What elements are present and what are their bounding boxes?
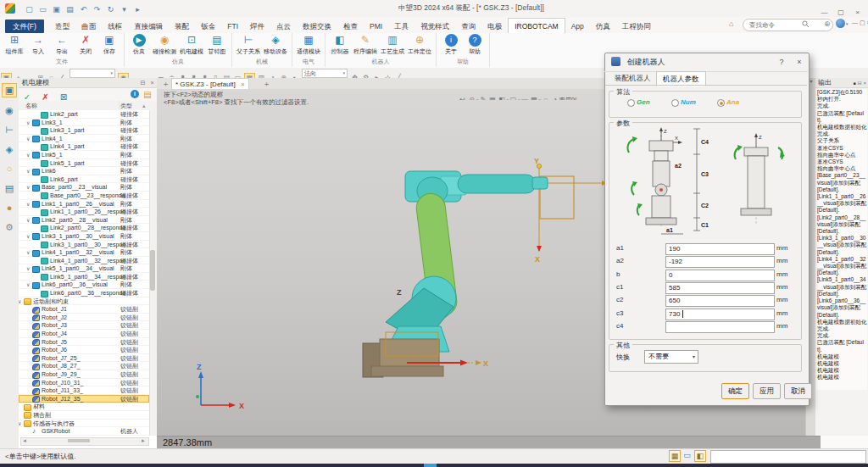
panel-collapse-icon[interactable]: ⊟ <box>138 78 147 88</box>
tab-IROBOTCAM[interactable]: IROBOTCAM <box>508 18 565 35</box>
param-input-c2[interactable]: 650 <box>665 295 775 307</box>
column-type[interactable]: 类型 <box>120 101 132 110</box>
tab-file[interactable]: 文件(F) <box>5 19 44 33</box>
scroll-left-arrow[interactable]: ◄ <box>22 438 27 443</box>
tree-row[interactable]: Link3_1_part0__30__respon...碰撞体 <box>19 241 149 249</box>
doc-window-controls[interactable]: — ▢ × <box>852 19 868 26</box>
sketch-edit-icon[interactable]: ✎ <box>479 95 488 100</box>
tree-row[interactable]: Base_part0__23__responda...碰撞体 <box>19 192 149 200</box>
tab-检查[interactable]: 检查 <box>337 19 364 34</box>
shaded-mode-icon[interactable]: ◧ <box>498 95 507 100</box>
tree-row[interactable]: ∨Link5_1_part0__34__visual刚体 <box>19 264 149 273</box>
isolate-icon[interactable]: ⊙ <box>467 95 476 100</box>
tab-电极[interactable]: 电极 <box>481 19 508 34</box>
play-icon[interactable]: ▸ <box>131 3 143 15</box>
new-file-icon[interactable]: ▢ <box>23 3 35 15</box>
tree-horizontal-scroll-thumb[interactable] <box>68 439 90 442</box>
tab-仿真[interactable]: 仿真 <box>590 19 616 34</box>
ribbon-button-工件定位[interactable]: ⊕工件定位 <box>406 33 433 56</box>
panel-close-icon[interactable]: × <box>147 78 157 88</box>
quick-change-dropdown[interactable]: 不需要 ▾ <box>644 350 698 364</box>
tree-row[interactable]: Robot_J2铰链副 <box>19 314 149 322</box>
ribbon-button-程序编辑[interactable]: ✎程序编辑 <box>352 33 379 56</box>
tree-row[interactable]: Link6_part0__36__responda...碰撞体 <box>19 289 149 297</box>
tree-row[interactable]: Robot_J3铰链副 <box>19 321 149 330</box>
tab-线框[interactable]: 线框 <box>102 19 128 34</box>
structure-tab-icon[interactable]: ⊢ <box>3 124 16 136</box>
expand-chevron-icon[interactable]: ∨ <box>26 168 30 175</box>
tree-row[interactable]: ∨Link5_1刚体 <box>19 151 149 159</box>
tree-row[interactable]: Link1_1_part0__26__respon...碰撞体 <box>19 208 149 216</box>
robot-forearm[interactable] <box>458 175 536 193</box>
info-icon[interactable]: i <box>131 90 139 98</box>
settings-icon[interactable]: ⊕ <box>824 19 831 28</box>
box-icon[interactable]: ▦ <box>488 95 498 100</box>
tree-row[interactable]: Link4_1_part碰撞体 <box>19 142 149 151</box>
param-input-c4[interactable] <box>665 321 775 333</box>
tab-工程协同[interactable]: 工程协同 <box>616 19 657 34</box>
ribbon-button-碰撞检测[interactable]: ◉碰撞检测 <box>151 33 178 56</box>
expand-chevron-icon[interactable]: ∨ <box>26 249 30 257</box>
expand-chevron-icon[interactable]: ∨ <box>26 233 30 241</box>
save-icon[interactable]: ▣ <box>50 3 62 15</box>
tab-钣金[interactable]: 钣金 <box>195 19 221 34</box>
tree-row[interactable]: Robot_J12_35_铰链副 <box>19 395 149 403</box>
algorithm-radio-Num[interactable] <box>671 99 679 107</box>
expand-chevron-icon[interactable]: ∨ <box>26 217 30 225</box>
book-icon[interactable]: ▤ <box>142 88 153 101</box>
tree-row[interactable]: Link6_part碰撞体 <box>19 175 149 184</box>
tree-row[interactable]: ∨Link3_1_part0__30__visual刚体 <box>19 232 149 241</box>
cancel-button[interactable]: 取消 <box>784 383 812 399</box>
ribbon-button-关闭[interactable]: ✗关闭 <box>74 33 97 56</box>
expand-chevron-icon[interactable]: ∨ <box>26 281 30 289</box>
wireframe-mode-icon[interactable]: ▢ <box>509 95 518 100</box>
tab-装配[interactable]: 装配 <box>169 19 195 34</box>
robot-wrist[interactable] <box>532 177 548 189</box>
sort-icon[interactable]: ▴ <box>142 101 146 110</box>
document-tab-close-icon[interactable]: × <box>241 81 245 88</box>
expand-chevron-icon[interactable]: ∨ <box>26 265 30 273</box>
window-view-icon[interactable]: ◧ <box>694 450 706 462</box>
ribbon-button-控制器[interactable]: ◧控制器 <box>328 33 352 56</box>
tab-查询[interactable]: 查询 <box>455 19 481 34</box>
monitor-icon[interactable]: ▭ <box>682 450 693 461</box>
expand-chevron-icon[interactable]: ∨ <box>19 298 21 306</box>
bulb-icon[interactable]: ○ <box>541 95 550 100</box>
app-logo-icon[interactable] <box>5 3 15 14</box>
output-collapse-icon[interactable]: ⊟ <box>857 78 861 88</box>
search-input[interactable] <box>743 19 833 31</box>
search-icon[interactable] <box>802 20 810 28</box>
tree-row[interactable]: 耦合副 <box>19 411 149 420</box>
tab-PMI[interactable]: PMI <box>364 19 388 34</box>
tree-row[interactable]: Robot_J1铰链副 <box>19 305 149 314</box>
tree-row[interactable]: 材料 <box>19 403 149 411</box>
ribbon-button-通信模块[interactable]: ▦通信模块 <box>295 33 322 56</box>
tree-row[interactable]: ∨Link2_part0__28__visual刚体 <box>19 216 149 225</box>
selection-filter-dropdown[interactable]: ▾ <box>70 69 115 78</box>
robot-tab-icon[interactable]: ◉ <box>3 104 16 117</box>
device-tab-icon[interactable]: ◈ <box>3 143 16 156</box>
tree-row[interactable]: Link4_1_part0__32__respon...碰撞体 <box>19 257 149 265</box>
tree-row[interactable]: Robot_J7_25_铰链副 <box>19 354 149 363</box>
tree-row[interactable]: Robot_J6铰链副 <box>19 346 149 354</box>
tree-row[interactable]: Link5_1_part碰撞体 <box>19 159 149 168</box>
param-input-b[interactable]: 0 <box>665 270 775 281</box>
tree-row[interactable]: Robot_J9_29_铰链副 <box>19 370 149 379</box>
expand-chevron-icon[interactable]: ∨ <box>26 152 30 159</box>
document-tab[interactable]: * GSK.Z3 - [Default] × <box>171 78 249 90</box>
tree-row[interactable]: Robot_J11_33_铰链副 <box>19 386 149 395</box>
expand-chevron-icon[interactable]: ∨ <box>26 184 30 192</box>
output-close-icon[interactable]: × <box>863 78 866 88</box>
tree-row[interactable]: ∨Link3_1刚体 <box>19 119 149 127</box>
tab-造型[interactable]: 造型 <box>49 19 75 34</box>
section-icon[interactable]: ▬ <box>520 95 530 100</box>
tree-row[interactable]: ∨Link6_part0__36__visual刚体 <box>19 281 149 289</box>
algorithm-radio-Ana[interactable] <box>717 99 725 107</box>
tree-row[interactable]: Link5_1_part0__34__respon...碰撞体 <box>19 273 149 281</box>
tree-row[interactable]: Link3_1_part碰撞体 <box>19 126 149 135</box>
algorithm-radio-Gen[interactable] <box>627 99 635 107</box>
ribbon-button-保存[interactable]: ▣保存 <box>97 33 121 56</box>
circle-icon[interactable]: ◔ <box>550 95 559 100</box>
dialog-help-button[interactable]: ? <box>776 56 787 68</box>
exit-view-icon[interactable]: ↩ <box>458 95 467 100</box>
